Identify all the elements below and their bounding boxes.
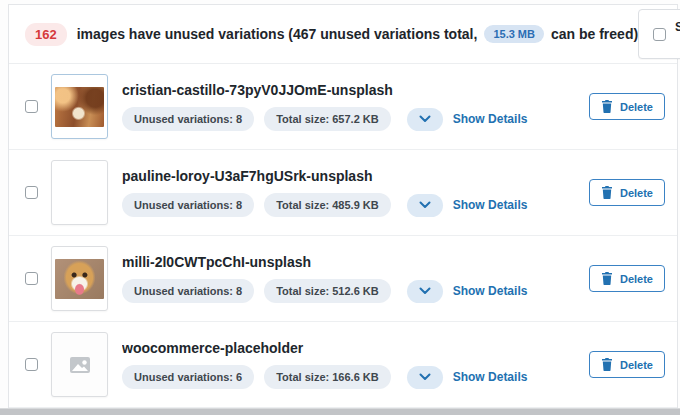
show-details-link[interactable]: Show Details [453, 198, 528, 212]
delete-button[interactable]: Delete [589, 179, 665, 206]
row-meta: Unused variations: 8 Total size: 485.9 K… [122, 193, 589, 217]
row-meta: Unused variations: 8 Total size: 512.6 K… [122, 279, 589, 303]
chevron-down-icon [419, 115, 431, 123]
unused-variations-panel: 162 images have unused variations (467 u… [8, 4, 678, 408]
show-details-link[interactable]: Show Details [453, 284, 528, 298]
select-all-label: Select All [675, 20, 680, 48]
thumbnail-frame[interactable] [51, 332, 108, 397]
summary-text-before: images have unused variations (467 unuse… [77, 26, 478, 42]
image-row: milli-2l0CWTpcChI-unsplash Unused variat… [9, 236, 677, 322]
unused-variations-badge: Unused variations: 8 [122, 107, 254, 131]
image-title: milli-2l0CWTpcChI-unsplash [122, 254, 589, 270]
row-checkbox[interactable] [25, 358, 38, 371]
trash-icon [601, 272, 613, 285]
trash-icon [601, 186, 613, 199]
summary-message: images have unused variations (467 unuse… [77, 25, 638, 43]
unused-variations-badge: Unused variations: 6 [122, 365, 254, 389]
expand-details-button[interactable] [407, 366, 443, 389]
trash-icon [601, 100, 613, 113]
image-title: pauline-loroy-U3aF7hgUSrk-unsplash [122, 168, 589, 184]
image-title: cristian-castillo-73pyV0JJOmE-unsplash [122, 82, 589, 98]
image-row: woocommerce-placeholder Unused variation… [9, 322, 677, 408]
summary-text-after: can be freed) [551, 26, 638, 42]
thumbnail-image [55, 259, 104, 299]
summary-header: 162 images have unused variations (467 u… [9, 5, 677, 64]
chevron-down-icon [419, 287, 431, 295]
show-details-link[interactable]: Show Details [453, 112, 528, 126]
row-checkbox[interactable] [25, 272, 38, 285]
total-size-badge: Total size: 485.9 KB [264, 193, 391, 217]
unused-variations-badge: Unused variations: 8 [122, 193, 254, 217]
select-all-checkbox[interactable] [653, 28, 666, 41]
image-placeholder-icon [67, 352, 93, 378]
delete-button[interactable]: Delete [589, 93, 665, 120]
row-checkbox[interactable] [25, 100, 38, 113]
freeable-size-badge: 15.3 MB [484, 25, 544, 43]
thumbnail-image [55, 173, 104, 213]
expand-details-button[interactable] [407, 280, 443, 303]
thumbnail-frame[interactable] [51, 246, 108, 311]
trash-icon [601, 358, 613, 371]
row-meta: Unused variations: 8 Total size: 657.2 K… [122, 107, 589, 131]
delete-label: Delete [620, 273, 653, 285]
delete-label: Delete [620, 359, 653, 371]
image-row: pauline-loroy-U3aF7hgUSrk-unsplash Unuse… [9, 150, 677, 236]
window-bottom-edge [0, 408, 680, 415]
row-content: cristian-castillo-73pyV0JJOmE-unsplash U… [122, 82, 589, 131]
thumbnail-frame[interactable] [51, 160, 108, 225]
total-size-badge: Total size: 166.6 KB [264, 365, 391, 389]
row-content: woocommerce-placeholder Unused variation… [122, 340, 589, 389]
delete-label: Delete [620, 101, 653, 113]
image-row: cristian-castillo-73pyV0JJOmE-unsplash U… [9, 64, 677, 150]
select-all-button[interactable]: Select All [638, 9, 680, 59]
chevron-down-icon [419, 201, 431, 209]
delete-label: Delete [620, 187, 653, 199]
screen-background: 162 images have unused variations (467 u… [0, 0, 680, 415]
thumbnail-image [55, 87, 104, 127]
row-content: pauline-loroy-U3aF7hgUSrk-unsplash Unuse… [122, 168, 589, 217]
row-meta: Unused variations: 6 Total size: 166.6 K… [122, 365, 589, 389]
image-count-badge: 162 [25, 23, 67, 46]
chevron-down-icon [419, 373, 431, 381]
unused-variations-badge: Unused variations: 8 [122, 279, 254, 303]
thumbnail-frame[interactable] [51, 74, 108, 139]
delete-button[interactable]: Delete [589, 265, 665, 292]
expand-details-button[interactable] [407, 108, 443, 131]
total-size-badge: Total size: 657.2 KB [264, 107, 391, 131]
total-size-badge: Total size: 512.6 KB [264, 279, 391, 303]
delete-button[interactable]: Delete [589, 351, 665, 378]
image-title: woocommerce-placeholder [122, 340, 589, 356]
show-details-link[interactable]: Show Details [453, 370, 528, 384]
row-content: milli-2l0CWTpcChI-unsplash Unused variat… [122, 254, 589, 303]
expand-details-button[interactable] [407, 194, 443, 217]
row-checkbox[interactable] [25, 186, 38, 199]
